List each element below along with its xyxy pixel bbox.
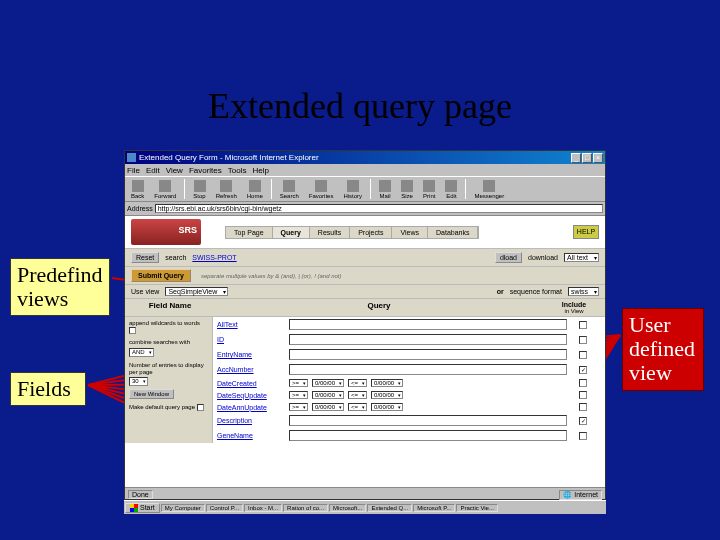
tab-query[interactable]: Query <box>273 227 310 238</box>
use-view-select[interactable]: SeqSimpleView <box>165 287 228 296</box>
mail-button[interactable]: Mail <box>375 179 395 200</box>
edit-button[interactable]: Edit <box>441 179 461 200</box>
task-item[interactable]: Extended Q... <box>367 504 412 512</box>
home-button[interactable]: Home <box>243 179 267 200</box>
field-name-link[interactable]: AllText <box>217 321 285 328</box>
field-name-link[interactable]: ID <box>217 336 285 343</box>
start-button[interactable]: Start <box>125 503 160 513</box>
search-db-link[interactable]: SWISS-PROT <box>192 254 236 261</box>
query-input[interactable] <box>289 430 567 441</box>
date-value-select[interactable]: 0/00/00 <box>371 379 403 387</box>
maximize-button[interactable]: □ <box>582 153 592 163</box>
forward-button[interactable]: Forward <box>150 179 180 200</box>
reset-button[interactable]: Reset <box>131 252 159 263</box>
query-input[interactable] <box>289 319 567 330</box>
size-button[interactable]: Size <box>397 179 417 200</box>
default-checkbox[interactable] <box>197 404 204 411</box>
browser-window: Extended Query Form - Microsoft Internet… <box>124 150 606 500</box>
menu-favorites[interactable]: Favorites <box>189 166 222 175</box>
or-label: or <box>497 288 504 295</box>
tab-views[interactable]: Views <box>392 227 428 238</box>
query-input[interactable] <box>289 349 567 360</box>
include-checkbox[interactable] <box>579 379 587 387</box>
tab-results[interactable]: Results <box>310 227 350 238</box>
new-window-button[interactable]: New Window <box>129 389 174 399</box>
field-name-link[interactable]: AccNumber <box>217 366 285 373</box>
task-item[interactable]: My Computer <box>161 504 205 512</box>
back-button[interactable]: Back <box>127 179 148 200</box>
stop-button[interactable]: Stop <box>189 179 209 200</box>
include-checkbox[interactable] <box>579 391 587 399</box>
menu-view[interactable]: View <box>166 166 183 175</box>
print-button[interactable]: Print <box>419 179 439 200</box>
task-item[interactable]: Microsoft... <box>329 504 366 512</box>
field-name-link[interactable]: EntryName <box>217 351 285 358</box>
menu-help[interactable]: Help <box>252 166 268 175</box>
submit-query-button[interactable]: Submit Query <box>131 269 191 282</box>
date-op-select[interactable]: >= <box>289 391 308 399</box>
address-input[interactable]: http://srs.ebi.ac.uk/srs6bin/cgi-bin/wge… <box>155 204 603 213</box>
date-op-select[interactable]: <= <box>348 403 367 411</box>
task-item[interactable]: Microsoft P... <box>413 504 455 512</box>
messenger-button[interactable]: Messenger <box>470 179 508 200</box>
query-input[interactable] <box>289 334 567 345</box>
menu-file[interactable]: File <box>127 166 140 175</box>
field-rows: AllText ID EntryName AccNumber ✓DateCrea… <box>213 317 605 443</box>
field-name-link[interactable]: Description <box>217 417 285 424</box>
wildcards-checkbox[interactable] <box>129 327 136 334</box>
tab-projects[interactable]: Projects <box>350 227 392 238</box>
task-item[interactable]: Inbox - M... <box>244 504 282 512</box>
menu-edit[interactable]: Edit <box>146 166 160 175</box>
tab-databanks[interactable]: Databanks <box>428 227 478 238</box>
query-input[interactable] <box>289 364 567 375</box>
seq-format-select[interactable]: swiss <box>568 287 599 296</box>
query-input[interactable] <box>289 415 567 426</box>
submit-row: Submit Query separate multiple values by… <box>125 267 605 285</box>
annotation-predefind-views: Predefindviews <box>10 258 110 316</box>
col-query: Query <box>209 301 549 314</box>
include-checkbox[interactable] <box>579 432 587 440</box>
date-op-select[interactable]: >= <box>289 403 308 411</box>
date-op-select[interactable]: <= <box>348 379 367 387</box>
date-value-select[interactable]: 0/00/00 <box>312 391 344 399</box>
field-name-link[interactable]: DateSeqUpdate <box>217 392 285 399</box>
task-item[interactable]: Ration of co... <box>283 504 328 512</box>
search-bar: Reset search SWISS-PROT dload download A… <box>125 248 605 267</box>
minimize-button[interactable]: _ <box>571 153 581 163</box>
entries-select[interactable]: 30 <box>129 377 148 386</box>
combine-select[interactable]: AND <box>129 348 154 357</box>
task-item[interactable]: Control P... <box>206 504 243 512</box>
task-item[interactable]: Practic Vie... <box>456 504 498 512</box>
search-button[interactable]: Search <box>276 179 303 200</box>
tab-top-page[interactable]: Top Page <box>226 227 273 238</box>
date-op-select[interactable]: >= <box>289 379 308 387</box>
page-content: Top Page Query Results Projects Views Da… <box>125 216 605 487</box>
include-checkbox[interactable] <box>579 321 587 329</box>
date-value-select[interactable]: 0/00/00 <box>312 379 344 387</box>
include-checkbox[interactable]: ✓ <box>579 417 587 425</box>
field-name-link[interactable]: DateAnnUpdate <box>217 404 285 411</box>
include-checkbox[interactable] <box>579 351 587 359</box>
close-button[interactable]: × <box>593 153 603 163</box>
include-checkbox[interactable]: ✓ <box>579 366 587 374</box>
status-zone: 🌐 Internet <box>559 490 602 500</box>
field-name-link[interactable]: DateCreated <box>217 380 285 387</box>
date-value-select[interactable]: 0/00/00 <box>312 403 344 411</box>
favorites-button[interactable]: Favorites <box>305 179 338 200</box>
menubar: File Edit View Favorites Tools Help <box>125 164 605 176</box>
field-name-link[interactable]: GeneName <box>217 432 285 439</box>
history-button[interactable]: History <box>339 179 366 200</box>
date-value-select[interactable]: 0/00/00 <box>371 403 403 411</box>
download-select[interactable]: All text <box>564 253 599 262</box>
date-value-select[interactable]: 0/00/00 <box>371 391 403 399</box>
include-checkbox[interactable] <box>579 336 587 344</box>
annotation-fields: Fields <box>10 372 86 406</box>
srs-tabs: Top Page Query Results Projects Views Da… <box>225 226 479 239</box>
srs-header: Top Page Query Results Projects Views Da… <box>125 216 605 248</box>
include-checkbox[interactable] <box>579 403 587 411</box>
refresh-button[interactable]: Refresh <box>212 179 241 200</box>
help-button[interactable]: HELP <box>573 225 599 239</box>
download-button[interactable]: dload <box>495 252 522 263</box>
menu-tools[interactable]: Tools <box>228 166 247 175</box>
date-op-select[interactable]: <= <box>348 391 367 399</box>
